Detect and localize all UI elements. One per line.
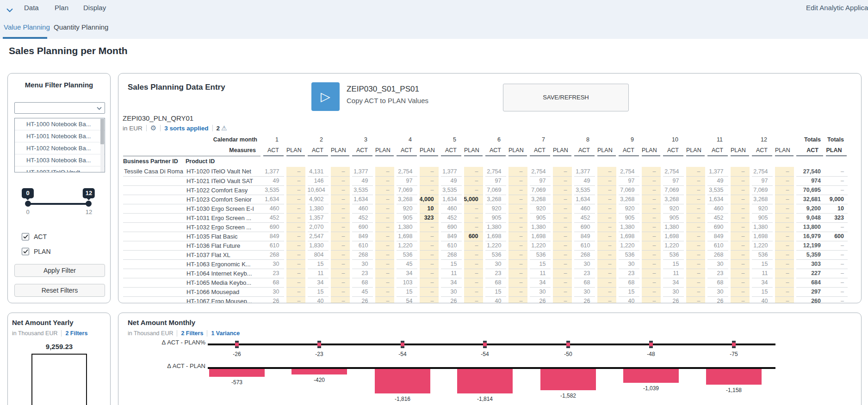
plan-input-cell[interactable]: – xyxy=(596,195,617,204)
tab-value-planning[interactable]: Value Planning xyxy=(4,23,50,31)
plan-input-cell[interactable]: – xyxy=(596,176,617,185)
listbox-item[interactable]: HT-1007 ITelO Vault xyxy=(15,166,105,172)
variance-percent-marker[interactable] xyxy=(732,341,736,348)
plan-input-cell[interactable]: – xyxy=(329,185,351,195)
plan-input-cell[interactable]: – xyxy=(640,204,662,213)
plan-input-cell[interactable]: – xyxy=(729,185,750,195)
plan-input-cell[interactable]: – xyxy=(418,278,440,287)
apply-filter-button[interactable]: Apply Filter xyxy=(14,264,105,277)
plan-input-cell[interactable]: – xyxy=(552,278,573,287)
plan-column-header[interactable]: PLAN xyxy=(596,145,617,156)
act-column-header[interactable]: ACT xyxy=(306,145,329,156)
plan-input-cell[interactable]: – xyxy=(374,204,395,213)
plan-input-cell[interactable]: – xyxy=(774,185,795,195)
plan-input-cell[interactable]: – xyxy=(374,167,395,176)
plan-input-cell[interactable]: – xyxy=(596,222,617,232)
plan-input-cell[interactable]: – xyxy=(552,195,573,204)
month-range-slider[interactable]: 0 12 0 12 xyxy=(28,203,89,205)
act-column-header[interactable]: ACT xyxy=(528,145,552,156)
variance-bar[interactable] xyxy=(706,369,762,385)
act-column-header[interactable]: ACT xyxy=(440,145,463,156)
variance-bar[interactable] xyxy=(540,369,596,390)
plan-column-header[interactable]: PLAN xyxy=(463,145,484,156)
plan-input-cell[interactable]: 5,000 xyxy=(463,195,484,204)
plan-input-cell[interactable]: – xyxy=(596,269,617,278)
plan-input-cell[interactable]: – xyxy=(463,185,484,195)
listbox-item[interactable]: HT-1000 Notebook Ba... xyxy=(15,118,105,130)
plan-input-cell[interactable]: – xyxy=(463,222,484,232)
variance-bar[interactable] xyxy=(209,369,265,377)
plan-input-cell[interactable]: – xyxy=(640,259,662,269)
plan-input-cell[interactable]: – xyxy=(729,176,750,185)
plan-input-cell[interactable]: – xyxy=(285,287,306,296)
sorts-applied-link[interactable]: 3 sorts applied xyxy=(164,125,208,132)
plan-input-cell[interactable]: – xyxy=(552,269,573,278)
plan-input-cell[interactable]: – xyxy=(774,259,795,269)
plan-input-cell[interactable]: – xyxy=(463,241,484,250)
plan-input-cell[interactable]: 323 xyxy=(418,213,440,222)
plan-input-cell[interactable]: – xyxy=(552,241,573,250)
plan-input-cell[interactable]: – xyxy=(729,250,750,259)
plan-input-cell[interactable]: – xyxy=(329,250,351,259)
act-column-header[interactable]: ACT xyxy=(617,145,640,156)
checkbox-act[interactable] xyxy=(22,233,29,240)
plan-input-cell[interactable]: – xyxy=(374,176,395,185)
plan-column-header[interactable]: PLAN xyxy=(507,145,528,156)
plan-input-cell[interactable]: – xyxy=(418,185,440,195)
plan-input-cell[interactable]: – xyxy=(640,241,662,250)
plan-input-cell[interactable]: – xyxy=(552,213,573,222)
plan-input-cell[interactable]: – xyxy=(418,259,440,269)
plan-column-header[interactable]: PLAN xyxy=(285,145,306,156)
plan-input-cell[interactable]: – xyxy=(285,241,306,250)
plan-input-cell[interactable]: – xyxy=(463,213,484,222)
plan-input-cell[interactable]: – xyxy=(552,185,573,195)
plan-input-cell[interactable]: – xyxy=(774,241,795,250)
act-column-header[interactable]: ACT xyxy=(706,145,729,156)
plan-input-cell[interactable]: – xyxy=(552,296,573,303)
plan-input-cell[interactable]: – xyxy=(640,250,662,259)
plan-input-cell[interactable]: – xyxy=(329,213,351,222)
plan-input-cell[interactable]: – xyxy=(463,176,484,185)
plan-input-cell[interactable]: – xyxy=(774,296,795,303)
plan-input-cell[interactable]: – xyxy=(774,204,795,213)
plan-input-cell[interactable]: – xyxy=(285,167,306,176)
plan-input-cell[interactable]: – xyxy=(552,232,573,241)
plan-input-cell[interactable]: – xyxy=(640,269,662,278)
plan-input-cell[interactable]: – xyxy=(374,185,395,195)
product-dropdown[interactable] xyxy=(14,102,105,114)
plan-input-cell[interactable]: – xyxy=(507,296,528,303)
collapse-menu-icon[interactable] xyxy=(6,6,13,14)
plan-input-cell[interactable]: – xyxy=(507,204,528,213)
plan-input-cell[interactable]: – xyxy=(729,213,750,222)
act-column-header[interactable]: ACT xyxy=(662,145,685,156)
plan-input-cell[interactable]: – xyxy=(285,232,306,241)
plan-input-cell[interactable]: – xyxy=(329,176,351,185)
plan-input-cell[interactable]: – xyxy=(418,296,440,303)
plan-column-header[interactable]: PLAN xyxy=(329,145,351,156)
plan-input-cell[interactable]: – xyxy=(685,232,706,241)
plan-input-cell[interactable]: – xyxy=(374,296,395,303)
plan-input-cell[interactable]: – xyxy=(640,296,662,303)
plan-input-cell[interactable]: – xyxy=(418,269,440,278)
plan-input-cell[interactable]: – xyxy=(685,176,706,185)
plan-input-cell[interactable]: – xyxy=(374,232,395,241)
plan-input-cell[interactable]: – xyxy=(374,269,395,278)
plan-input-cell[interactable]: – xyxy=(285,204,306,213)
plan-input-cell[interactable]: – xyxy=(507,269,528,278)
warning-count[interactable]: 2 xyxy=(217,125,220,132)
plan-input-cell[interactable]: – xyxy=(640,213,662,222)
plan-input-cell[interactable]: – xyxy=(552,287,573,296)
plan-input-cell[interactable]: – xyxy=(329,269,351,278)
plan-input-cell[interactable]: – xyxy=(596,185,617,195)
plan-input-cell[interactable]: – xyxy=(774,167,795,176)
plan-input-cell[interactable]: – xyxy=(507,213,528,222)
plan-input-cell[interactable]: – xyxy=(507,241,528,250)
act-column-header[interactable]: ACT xyxy=(395,145,418,156)
variance-percent-marker[interactable] xyxy=(483,341,487,348)
plan-input-cell[interactable]: – xyxy=(418,287,440,296)
plan-input-cell[interactable]: – xyxy=(596,167,617,176)
filters-link[interactable]: 2 Filters xyxy=(181,330,203,337)
plan-input-cell[interactable]: – xyxy=(374,222,395,232)
plan-input-cell[interactable]: – xyxy=(596,232,617,241)
plan-input-cell[interactable]: – xyxy=(685,287,706,296)
